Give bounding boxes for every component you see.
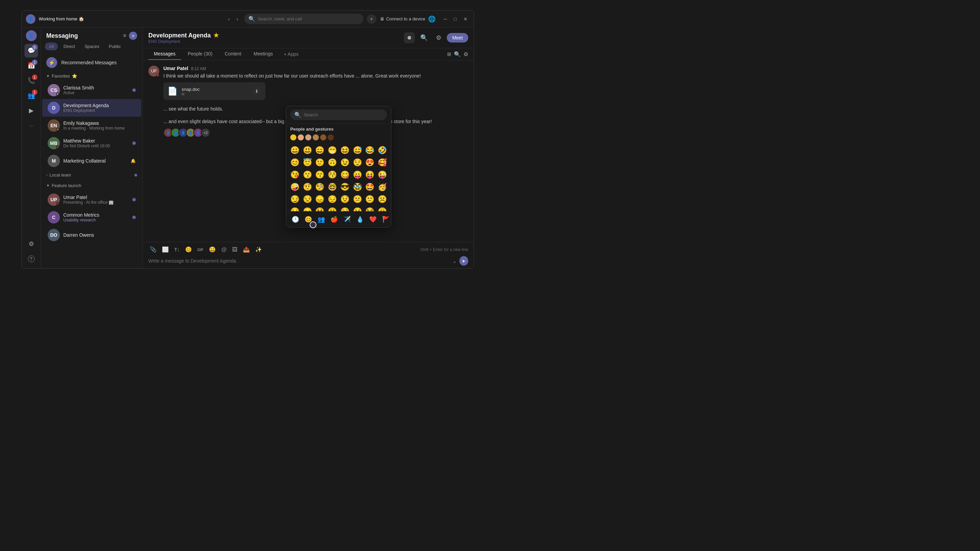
emoji-cell[interactable]: 😅: [352, 144, 363, 156]
new-chat-button[interactable]: +: [129, 32, 137, 40]
search-input[interactable]: [258, 16, 360, 21]
emoji-cell[interactable]: 😗: [301, 169, 313, 181]
recommended-messages-item[interactable]: ⚡ Recommended Messages: [41, 54, 143, 71]
chat-settings-btn[interactable]: ⚙: [463, 51, 468, 57]
sticker-tool[interactable]: 😄: [208, 245, 217, 254]
rail-item-chat[interactable]: 💬 5: [24, 44, 38, 57]
minimize-button[interactable]: ─: [442, 16, 449, 22]
format-tool[interactable]: T↕: [173, 246, 181, 254]
conv-item-clarissa[interactable]: CS Clarissa Smith Active: [42, 81, 141, 99]
emoji-cell[interactable]: 😔: [326, 194, 338, 205]
emoji-cell[interactable]: 😝: [364, 169, 376, 181]
emoji-cell[interactable]: 🙁: [364, 194, 376, 205]
emoji-cell[interactable]: 🤪: [289, 181, 301, 193]
tab-meetings[interactable]: Meetings: [248, 48, 278, 60]
emoji-cell[interactable]: 🤩: [364, 181, 376, 193]
emoji-cell[interactable]: 😍: [364, 157, 376, 168]
global-search[interactable]: 🔍: [244, 14, 363, 24]
emoji-cell[interactable]: 😣: [289, 206, 301, 211]
emoji-cell[interactable]: 🥳: [376, 181, 388, 193]
tab-all[interactable]: All: [45, 43, 58, 50]
close-button[interactable]: ✕: [461, 16, 469, 22]
feature-launch-section-header[interactable]: ▼ Feature launch: [41, 180, 143, 191]
settings-button[interactable]: ⚙: [433, 33, 444, 43]
send-button[interactable]: ➤: [460, 256, 468, 266]
tab-messages[interactable]: Messages: [148, 48, 181, 60]
emoji-cell[interactable]: 😤: [376, 206, 388, 211]
skin-tone-5[interactable]: [320, 134, 326, 140]
more-tool[interactable]: ✨: [254, 245, 263, 254]
emoji-cell[interactable]: 🧐: [314, 181, 326, 193]
mention-tool[interactable]: @: [220, 245, 228, 254]
user-avatar[interactable]: 👤: [26, 14, 35, 24]
emoji-search-input[interactable]: [304, 112, 383, 118]
emoji-cat-flags[interactable]: 🚩: [381, 214, 391, 224]
emoji-cat-recent[interactable]: 🕐: [290, 214, 301, 224]
emoji-cell[interactable]: 🙃: [326, 157, 338, 168]
emoji-cell[interactable]: 😇: [301, 157, 313, 168]
emoji-cell[interactable]: 😞: [314, 194, 326, 205]
emoji-cell[interactable]: 😚: [326, 169, 338, 181]
forward-button[interactable]: ›: [234, 15, 241, 23]
local-team-section-header[interactable]: › Local team: [41, 170, 143, 180]
emoji-cell[interactable]: 😒: [301, 194, 313, 205]
emoji-tool[interactable]: 😊: [184, 245, 193, 254]
back-button[interactable]: ‹: [225, 15, 232, 23]
emoji-cell[interactable]: 😌: [352, 157, 363, 168]
emoji-cell[interactable]: 😃: [301, 144, 313, 156]
download-button[interactable]: ⬇: [252, 86, 261, 96]
emoji-cell[interactable]: 😢: [352, 206, 363, 211]
conv-item-common[interactable]: C Common Metrics Usability research: [42, 208, 141, 226]
conv-item-darren[interactable]: DO Darren Owens: [42, 226, 141, 244]
conv-item-umar[interactable]: UP Umar Patel Presenting · At the office…: [42, 191, 141, 208]
tab-spaces[interactable]: Spaces: [80, 43, 103, 50]
add-button[interactable]: +: [367, 14, 376, 24]
expand-button[interactable]: ⌄: [452, 258, 457, 264]
favorites-section-header[interactable]: ▼ Favorites ⭐: [41, 71, 143, 81]
gif-tool[interactable]: GIF: [196, 246, 205, 253]
emoji-cell[interactable]: 😛: [352, 169, 363, 181]
image-tool[interactable]: 🖼: [231, 245, 239, 254]
tab-add-apps[interactable]: + Apps: [280, 48, 302, 60]
emoji-cat-hearts[interactable]: ❤️: [368, 214, 378, 224]
emoji-cell[interactable]: 🥺: [339, 206, 351, 211]
rail-item-apps[interactable]: ▶: [24, 104, 38, 118]
emoji-cell[interactable]: 🤨: [301, 181, 313, 193]
skin-tone-3[interactable]: [305, 134, 311, 140]
rail-item-calendar[interactable]: 📅 1: [24, 59, 38, 73]
tab-public[interactable]: Public: [105, 43, 125, 50]
emoji-cell[interactable]: 😉: [339, 157, 351, 168]
skin-tone-1[interactable]: [290, 134, 296, 140]
emoji-cell[interactable]: 😕: [352, 194, 363, 205]
emoji-cat-objects[interactable]: 💧: [355, 214, 365, 224]
rail-item-help[interactable]: ?: [24, 252, 38, 266]
emoji-cell[interactable]: 😂: [364, 144, 376, 156]
conv-item-emily[interactable]: EN Emily Nakagawa In a meeting · Working…: [42, 117, 141, 134]
skin-tone-2[interactable]: [298, 134, 304, 140]
emoji-cell[interactable]: 🤣: [376, 144, 388, 156]
skin-tone-4[interactable]: [313, 134, 319, 140]
search-button[interactable]: 🔍: [417, 33, 430, 43]
rail-item-more[interactable]: ···: [24, 119, 38, 132]
emoji-cell[interactable]: 😩: [326, 206, 338, 211]
emoji-cell[interactable]: 😊: [289, 157, 301, 168]
rail-item-calls[interactable]: 📞 1: [24, 74, 38, 87]
emoji-cell[interactable]: 🥸: [352, 181, 363, 193]
attach-tool[interactable]: 📎: [148, 245, 158, 254]
emoji-cat-smileys[interactable]: 😊: [303, 214, 313, 224]
emoji-cell[interactable]: 😖: [301, 206, 313, 211]
rail-item-people[interactable]: 👥 1: [24, 89, 38, 102]
conv-item-dev-agenda[interactable]: D Development Agenda ENG Deployment: [42, 99, 141, 117]
emoji-cat-food[interactable]: 🍎: [329, 214, 339, 224]
message-input[interactable]: [148, 257, 450, 265]
share-tool[interactable]: 📤: [242, 245, 251, 254]
tab-content[interactable]: Content: [219, 48, 247, 60]
emoji-cell[interactable]: 😁: [326, 144, 338, 156]
emoji-cell[interactable]: 😭: [364, 206, 376, 211]
filter-messages-btn[interactable]: ⊞: [447, 51, 451, 57]
emoji-cat-people[interactable]: 👥: [316, 214, 326, 224]
tab-people[interactable]: People (30): [182, 48, 218, 60]
emoji-cell[interactable]: ☹️: [376, 194, 388, 205]
filter-button[interactable]: ≡: [123, 32, 126, 40]
search-messages-btn[interactable]: 🔍: [454, 51, 461, 57]
